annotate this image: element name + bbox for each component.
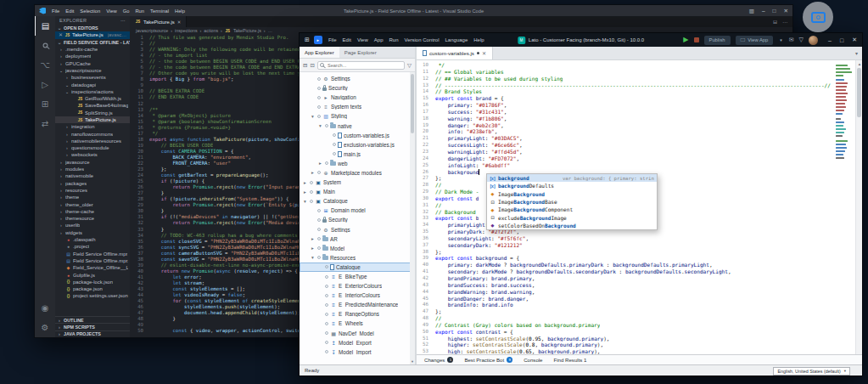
section-npm-scripts[interactable]: ›NPM SCRIPTS	[55, 323, 130, 330]
dock-tab-best-practice-bot[interactable]: Best Practice Bot9	[464, 357, 512, 363]
tree-item-questionsmodule[interactable]: ›questionsmodule	[55, 144, 130, 151]
suggestion-imagebackground[interactable]: ◈ImageBackground	[487, 190, 657, 198]
tree-item-takepicture-js[interactable]: JSTakePicture.js	[55, 116, 130, 123]
menu-help[interactable]: Help	[175, 8, 185, 14]
suggestion-imagebackgroundcomponent[interactable]: ◈ImageBackgroundComponent	[487, 206, 657, 213]
menu-go[interactable]: Go	[123, 8, 130, 14]
avatar[interactable]	[809, 36, 818, 45]
filter-icon[interactable]: ▽	[407, 62, 412, 69]
filter-icon[interactable]: ▽	[799, 37, 804, 43]
menu-version-control[interactable]: Version Control	[405, 37, 440, 42]
source-control-icon[interactable]: ⌥	[35, 55, 55, 75]
tree-item-project[interactable]: ●.project	[55, 243, 130, 250]
dock-tab-find-results-1[interactable]: Find Results 1	[554, 357, 587, 363]
tree-item-nanoflowcommons[interactable]: ›nanoflowcommons	[55, 130, 130, 137]
suggestion-imagebackgroundbase[interactable]: ⊡ImageBackgroundBase	[487, 198, 657, 206]
tree-item-catalogue[interactable]: ▾▣Catalogue	[300, 196, 415, 206]
tree-item-deployment[interactable]: ›deployment	[55, 53, 130, 59]
tree-item-datadogapi[interactable]: ⌄datadogapi	[55, 81, 130, 88]
tree-item-settings[interactable]: ⚙Settings	[300, 74, 415, 83]
tree-item-resources[interactable]: ›resources	[55, 187, 130, 194]
tree-item-native[interactable]: ▾native	[300, 121, 415, 130]
tree-item-classpath[interactable]: ●.classpath	[55, 236, 130, 243]
tree-item-main-js[interactable]: main.js	[300, 150, 415, 159]
tab-list-dropdown-icon[interactable]: ▾	[855, 50, 862, 56]
view-app-button[interactable]: 🖵 View App	[736, 36, 774, 45]
locate-icon[interactable]: ⊡	[310, 62, 314, 69]
tree-item-mendix-cache[interactable]: ›.mendix-cache	[55, 46, 130, 53]
settings-icon[interactable]: ⚙	[35, 318, 55, 337]
tree-item-package-lock-json[interactable]: {}package-lock.json	[55, 279, 130, 285]
menu-file[interactable]: File	[328, 37, 337, 42]
tree-item-userlib[interactable]: ›userlib	[55, 222, 130, 229]
menu-run[interactable]: Run	[389, 37, 398, 42]
tree-item-gulpfile-js[interactable]: ●Gulpfile.js	[55, 271, 130, 278]
tree-item-package-json[interactable]: {}package.json	[55, 285, 130, 292]
menu-view[interactable]: View	[106, 8, 116, 14]
tree-item-navdef-model[interactable]: ▦NavDef_Model	[300, 329, 415, 338]
feedback-icon[interactable]: ✉	[789, 37, 794, 43]
menu-edit[interactable]: Edit	[343, 37, 351, 42]
breadcrumb-item-javascriptsource[interactable]: javascriptsource	[136, 28, 168, 33]
tree-item-getroofwidth-js[interactable]: JSGetRoofWidth.js	[55, 95, 130, 102]
tree-item-field-service-offline-mpr[interactable]: ▤Field Service Offline.mpr	[55, 251, 130, 257]
open-editors-section[interactable]: ⌄ OPEN EDITORS	[55, 25, 130, 31]
language-selector[interactable]: English, United States (default) ▾	[773, 367, 850, 376]
tab-page-explorer[interactable]: Page Explorer	[339, 47, 382, 58]
close-icon[interactable]: ✕	[784, 8, 788, 14]
tree-item-inspections-actions[interactable]: ⌄inspections\actions	[55, 88, 130, 95]
suggestion-excludebackgroundimage[interactable]: ⊡excludeBackgroundImage	[487, 213, 657, 221]
tree-item-model-import[interactable]: ↧Model_Import	[300, 347, 415, 357]
section-outline[interactable]: ›OUTLINE	[55, 316, 130, 323]
breadcrumb-item-takepicture-js[interactable]: TakePicture.js	[233, 28, 261, 33]
tree-item-ar[interactable]: ▸AR	[300, 234, 415, 244]
extensions-icon[interactable]: ⊞	[35, 94, 55, 114]
scroll-down-icon[interactable]: ▼	[410, 359, 415, 364]
menu-file[interactable]: File	[52, 8, 59, 14]
close-icon[interactable]: ✕	[177, 20, 182, 25]
tab-custom-variables[interactable]: custom-variables.js ✕	[417, 47, 493, 59]
tree-item-web[interactable]: ▸web	[300, 159, 415, 168]
tab-app-explorer[interactable]: App Explorer	[300, 47, 339, 58]
tree-item-system-texts[interactable]: ≡System texts	[300, 102, 415, 111]
tree-item-marketplace-modules[interactable]: ▸⊕Marketplace modules	[300, 168, 415, 178]
tree-item-e-interiorcolours[interactable]: ≡E_InteriorColours	[300, 291, 415, 300]
tree-item-theme-cache[interactable]: ›theme-cache	[55, 208, 130, 215]
tree-item-e-predictedmaintenance[interactable]: ≡E_PredictedMaintenance	[300, 300, 415, 309]
suggestion-background[interactable]: [x]backgroundvar background: { primary: …	[487, 174, 657, 182]
tree-item-savebase64toimage-js[interactable]: JSSaveBase64toImage.js	[55, 102, 130, 109]
open-editor-item[interactable]: ✕ JS TakePicture.js javascriptsource\ins…	[55, 31, 130, 38]
screen-capture-indicator[interactable]	[803, 2, 833, 32]
tree-item-domain-model[interactable]: ⊞Domain model	[300, 206, 415, 215]
menu-app[interactable]: App	[374, 37, 384, 42]
tree-item-nativemobile[interactable]: ›nativemobile	[55, 172, 130, 179]
menu-language[interactable]: Language	[445, 37, 468, 42]
tree-item-integration[interactable]: ›integration	[55, 123, 130, 130]
tree-item-e-rangeoptions[interactable]: ≡E_RangeOptions	[300, 309, 415, 319]
tree-item-custom-variables-js[interactable]: custom-variables.js	[300, 131, 415, 140]
app-grid-icon[interactable]: ⊞	[305, 37, 310, 43]
tree-item-model-export[interactable]: ↥Model_Export	[300, 338, 415, 347]
tree-item-model[interactable]: ▸Model	[300, 244, 415, 253]
tree-item-field-service-offline-mpr-bak[interactable]: ▤Field Service Offline.mpr.bak	[55, 257, 130, 264]
tree-item-widgets[interactable]: ›widgets	[55, 229, 130, 236]
tree-item-modules[interactable]: ›modules	[55, 166, 130, 172]
publish-button[interactable]: Publish	[704, 36, 731, 45]
tree-item-e-exteriorcolours[interactable]: ≡E_ExteriorColours	[300, 281, 415, 291]
explorer-more-icon[interactable]: ⋯	[120, 18, 126, 23]
dock-tab-changes[interactable]: Changes1	[424, 357, 453, 363]
run-icon[interactable]: ▶	[683, 37, 688, 43]
tree-item-packages[interactable]: ›packages	[55, 180, 130, 187]
tree-item-security[interactable]: Security	[300, 83, 415, 93]
explorer-icon[interactable]: ▤	[35, 16, 55, 36]
section-java-projects[interactable]: ›JAVA PROJECTS	[55, 330, 130, 337]
minimize-icon[interactable]: –	[828, 37, 832, 43]
tree-item-nativemobileresources[interactable]: ›nativemobileresources	[55, 138, 130, 144]
breadcrumb-item-[interactable]: …	[268, 28, 272, 33]
close-icon[interactable]: ✕	[59, 32, 63, 37]
suggestion-backgrounddefaults[interactable]: [x]backgroundDefaults	[487, 182, 657, 189]
close-icon[interactable]: ✕	[852, 37, 857, 43]
tree-item-main[interactable]: ▸▣Main	[300, 187, 415, 196]
tree-item-settings[interactable]: ⚙Settings	[300, 225, 415, 234]
menu-terminal[interactable]: Terminal	[150, 8, 169, 14]
